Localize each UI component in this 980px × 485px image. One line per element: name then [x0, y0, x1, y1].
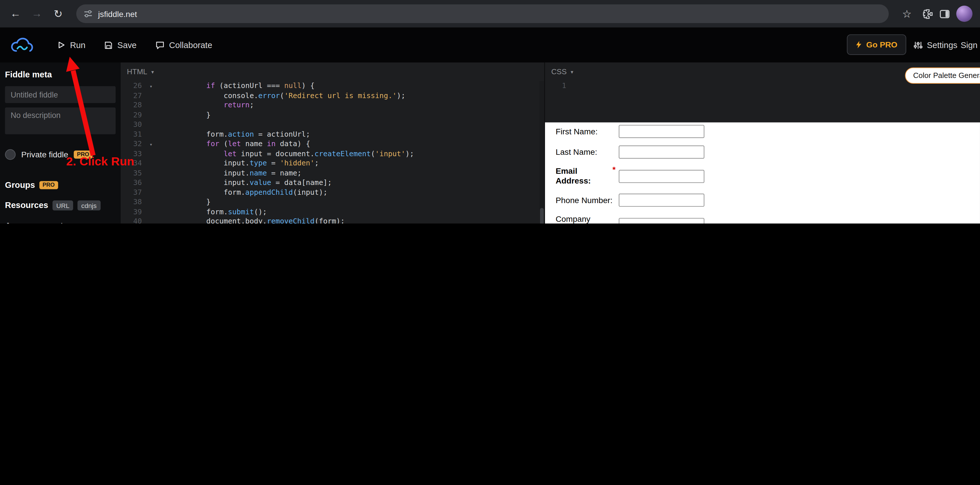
- code-line[interactable]: 32▾ for (let name in data) {: [121, 139, 544, 149]
- line-number: 26▾: [121, 81, 146, 91]
- save-button[interactable]: Save: [104, 40, 137, 50]
- chrome-actions: ☆: [897, 4, 974, 23]
- extensions-icon[interactable]: [923, 8, 933, 19]
- code-line[interactable]: 30: [121, 120, 544, 130]
- reload-icon[interactable]: ↻: [49, 4, 67, 23]
- sign-in-link[interactable]: Sign in: [961, 28, 980, 63]
- profile-avatar[interactable]: [956, 6, 972, 22]
- play-icon: [57, 41, 65, 49]
- resources-cdnjs-badge[interactable]: cdnjs: [78, 201, 100, 210]
- css-code-editor[interactable]: 1: [545, 81, 980, 122]
- private-fiddle-label: Private fiddle: [21, 150, 68, 159]
- code-line[interactable]: 31 form.action = actionUrl;: [121, 130, 544, 139]
- code-text: input.name = name;: [146, 168, 544, 178]
- line-number: 40: [121, 217, 146, 223]
- bookmark-star-icon[interactable]: ☆: [897, 4, 916, 23]
- jsfiddle-logo-icon[interactable]: [9, 35, 35, 55]
- code-line[interactable]: 29 }: [121, 110, 544, 120]
- back-icon[interactable]: ←: [6, 4, 25, 23]
- fold-arrow-icon[interactable]: ▾: [150, 140, 152, 150]
- sidebar-item-groups[interactable]: Groups PRO: [5, 181, 115, 190]
- fiddle-meta-heading: Fiddle meta: [5, 70, 115, 79]
- fiddle-description-input[interactable]: [5, 107, 115, 134]
- forward-icon[interactable]: →: [28, 4, 46, 23]
- chevron-down-icon: ▼: [570, 70, 574, 74]
- site-settings-icon: [84, 10, 92, 18]
- company-name-input[interactable]: [619, 218, 704, 223]
- html-panel-label: HTML: [127, 67, 147, 76]
- editor-column-left: HTML ▼ 26▾ if (actionUrl === null) {27 c…: [121, 62, 544, 223]
- html-code-editor[interactable]: 26▾ if (actionUrl === null) {27 console.…: [121, 81, 544, 223]
- app-root: ← → ↻ jsfiddle.net ☆: [0, 0, 980, 223]
- code-text: return;: [146, 101, 544, 111]
- html-editor-panel: HTML ▼ 26▾ if (actionUrl === null) {27 c…: [121, 62, 544, 223]
- save-label: Save: [118, 40, 137, 50]
- code-text: for (let name in data) {: [146, 139, 544, 149]
- go-pro-label: Go PRO: [866, 40, 897, 49]
- code-text: document.body.removeChild(form);: [146, 217, 544, 223]
- private-fiddle-toggle[interactable]: [5, 149, 16, 160]
- line-number: 1: [545, 81, 570, 91]
- code-line[interactable]: 34 input.type = 'hidden';: [121, 158, 544, 168]
- field-label: Last Name:: [556, 147, 616, 157]
- marketo-form: First Name:Last Name:Email Address:*Phon…: [556, 125, 705, 223]
- line-number: 30: [121, 120, 146, 130]
- editor-scrollbar[interactable]: [539, 81, 544, 223]
- code-text: [146, 120, 544, 130]
- field-label: First Name:: [556, 127, 616, 136]
- line-number: 29: [121, 110, 146, 120]
- line-number: 28: [121, 101, 146, 111]
- jsfiddle-toolbar: Run Save Collaborate Go PRO: [0, 28, 980, 63]
- field-label: Phone Number:: [556, 195, 616, 205]
- sidebar-item-async-requests[interactable]: Async requests: [5, 220, 115, 223]
- code-line[interactable]: 35 input.name = name;: [121, 168, 544, 178]
- line-number: 27: [121, 91, 146, 101]
- fiddle-title-input[interactable]: [5, 86, 115, 103]
- result-panel: First Name:Last Name:Email Address:*Phon…: [545, 122, 980, 223]
- html-panel-header[interactable]: HTML ▼: [121, 62, 544, 81]
- line-number: 32▾: [121, 139, 146, 149]
- code-text: form.submit();: [146, 207, 544, 217]
- code-text: form.action = actionUrl;: [146, 130, 544, 139]
- browser-chrome: ← → ↻ jsfiddle.net ☆: [0, 0, 980, 28]
- resources-label: Resources: [5, 201, 48, 210]
- code-line[interactable]: 37 form.appendChild(input);: [121, 187, 544, 197]
- code-line[interactable]: 36 input.value = data[name];: [121, 178, 544, 188]
- address-bar[interactable]: jsfiddle.net: [76, 4, 889, 23]
- line-number: 39: [121, 207, 146, 217]
- sidebar-item-resources[interactable]: Resources URL cdnjs: [5, 201, 115, 210]
- chevron-down-icon: ▼: [150, 70, 154, 74]
- run-button[interactable]: Run: [57, 40, 86, 50]
- code-line[interactable]: 39 form.submit();: [121, 207, 544, 217]
- first-name-input[interactable]: [619, 125, 704, 138]
- resources-url-badge[interactable]: URL: [52, 201, 73, 210]
- settings-button[interactable]: Settings: [914, 28, 957, 63]
- form-rows: First Name:Last Name:Email Address:*Phon…: [556, 125, 705, 223]
- annotation-step2: 2. Click Run: [66, 155, 134, 168]
- groups-label: Groups: [5, 181, 35, 190]
- code-line[interactable]: 26▾ if (actionUrl === null) {: [121, 81, 544, 91]
- sidebar: Fiddle meta Private fiddle PRO Groups PR…: [0, 62, 121, 223]
- side-panel-icon[interactable]: [939, 8, 950, 19]
- code-line[interactable]: 27 console.error('Redirect url is missin…: [121, 91, 544, 101]
- field-label: Company Name:: [556, 214, 616, 223]
- field-label: Email Address:*: [556, 166, 616, 186]
- code-line[interactable]: 38 }: [121, 197, 544, 207]
- code-line[interactable]: 40 document.body.removeChild(form);: [121, 217, 544, 223]
- phone-number-input[interactable]: [619, 193, 704, 207]
- form-row: Email Address:*: [556, 166, 705, 186]
- go-pro-button[interactable]: Go PRO: [847, 34, 906, 55]
- code-line[interactable]: 28 return;: [121, 101, 544, 111]
- lightning-icon: [856, 41, 862, 49]
- code-text: }: [146, 197, 544, 207]
- settings-sliders-icon: [914, 41, 923, 49]
- form-row: Company Name:: [556, 214, 705, 223]
- code-text: let input = document.createElement('inpu…: [146, 149, 544, 159]
- email-address-input[interactable]: [619, 170, 704, 183]
- sign-in-label: Sign in: [961, 40, 980, 50]
- code-line[interactable]: 33 let input = document.createElement('i…: [121, 149, 544, 159]
- last-name-input[interactable]: [619, 146, 704, 159]
- collaborate-button[interactable]: Collaborate: [156, 40, 212, 50]
- color-palette-generator-button[interactable]: Color Palette Generator: [905, 67, 980, 83]
- fold-arrow-icon[interactable]: ▾: [150, 82, 152, 92]
